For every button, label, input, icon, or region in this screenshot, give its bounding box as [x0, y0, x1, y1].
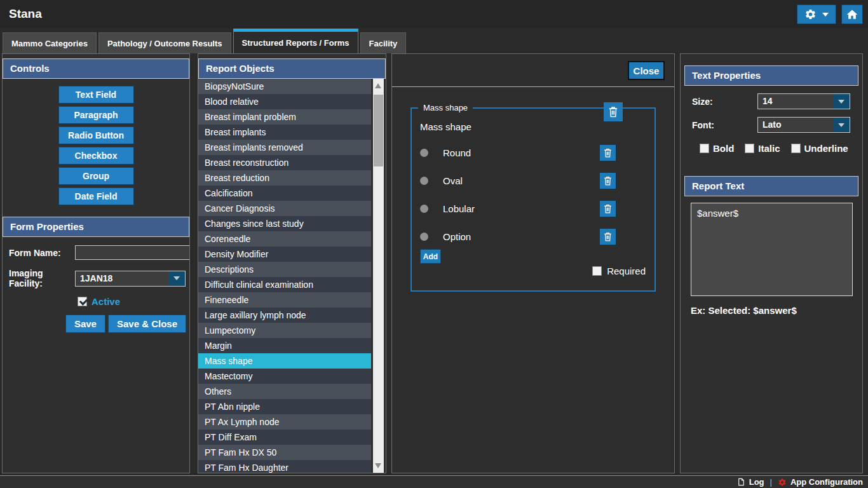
control-button-radio-button[interactable]: Radio Button — [58, 126, 134, 144]
list-item[interactable]: Breast implant problem — [198, 109, 371, 125]
save-and-close-button[interactable]: Save & Close — [108, 315, 186, 333]
list-item[interactable]: Breast reduction — [198, 170, 371, 186]
report-text-area[interactable]: $answer$ — [691, 203, 853, 296]
list-item[interactable]: Lumpectomy — [198, 323, 371, 338]
trash-icon — [602, 231, 613, 242]
properties-panel: Text Properties Size: 14 Font: Lato Bold… — [680, 53, 863, 473]
list-item[interactable]: PT Fam Hx DX 50 — [198, 445, 371, 460]
list-item[interactable]: Others — [198, 384, 371, 399]
option-row: Oval — [420, 173, 646, 188]
list-item[interactable]: PT Fam Hx Daughter — [198, 460, 371, 473]
add-option-button[interactable]: Add — [420, 249, 441, 264]
delete-option-button[interactable] — [600, 145, 616, 161]
tab-pathology-outcome-results[interactable]: Pathology / Outcome Results — [98, 32, 231, 53]
radio-button[interactable] — [420, 149, 428, 157]
active-checkbox-label: Active — [92, 296, 120, 307]
controls-button-list: Text FieldParagraphRadio ButtonCheckboxG… — [3, 79, 189, 205]
list-item[interactable]: PT Diff Exam — [198, 430, 371, 445]
form-name-input[interactable] — [75, 245, 190, 260]
font-style-options: BoldItalicUnderline — [700, 143, 862, 154]
report-objects-list-wrap: BiopsyNotSureBlood relativeBreast implan… — [198, 79, 386, 473]
delete-option-button[interactable] — [600, 173, 616, 189]
imaging-facility-select[interactable]: 1JAN18 — [75, 271, 186, 287]
list-item[interactable]: PT Abn nipple — [198, 399, 371, 414]
control-button-paragraph[interactable]: Paragraph — [58, 106, 134, 124]
active-checkbox[interactable] — [78, 297, 87, 306]
gear-icon — [778, 478, 787, 487]
delete-option-button[interactable] — [600, 201, 616, 217]
list-item[interactable]: Fineneedle — [198, 292, 371, 308]
home-button[interactable] — [841, 4, 863, 24]
radio-button[interactable] — [420, 177, 428, 185]
radio-button[interactable] — [420, 205, 428, 213]
gear-icon — [804, 8, 817, 20]
trash-icon — [607, 105, 620, 118]
font-select[interactable]: Lato — [757, 117, 850, 133]
trash-icon — [602, 147, 613, 158]
list-item[interactable]: Changes since last study — [198, 216, 371, 231]
bold-checkbox-label: Bold — [713, 143, 734, 154]
app-configuration-button[interactable]: App Configuration — [778, 477, 863, 487]
control-button-date-field[interactable]: Date Field — [58, 187, 134, 205]
list-item[interactable]: Blood relative — [198, 94, 371, 109]
list-item[interactable]: Breast implants removed — [198, 140, 371, 155]
list-item[interactable]: Large axillary lymph node — [198, 308, 371, 323]
delete-option-button[interactable] — [600, 229, 616, 245]
scrollbar-thumb[interactable] — [374, 95, 383, 166]
log-button[interactable]: Log — [737, 477, 764, 487]
bold-checkbox[interactable] — [700, 144, 709, 153]
underline-checkbox[interactable] — [791, 144, 801, 153]
group-legend: Mass shape — [418, 103, 473, 112]
scrollbar[interactable] — [373, 79, 384, 473]
left-panel: Controls Text FieldParagraphRadio Button… — [2, 53, 190, 473]
list-item[interactable]: Cancer Diagnosis — [198, 201, 371, 216]
list-item[interactable]: Coreneedle — [198, 231, 371, 247]
style-option-italic: Italic — [745, 143, 780, 154]
controls-panel-header: Controls — [3, 58, 189, 79]
list-item[interactable]: Calcification — [198, 186, 371, 201]
footer-bar: Log | App Configuration — [0, 475, 868, 488]
required-checkbox[interactable] — [592, 266, 602, 276]
dropdown-arrow — [833, 118, 850, 132]
report-text-example: Ex: Selected: $answer$ — [691, 305, 862, 316]
list-item[interactable]: BiopsyNotSure — [198, 79, 371, 94]
list-item[interactable]: Density Modifier — [198, 247, 371, 262]
required-checkbox-label: Required — [607, 266, 646, 276]
save-button[interactable]: Save — [65, 315, 105, 333]
settings-button[interactable] — [797, 4, 836, 24]
imaging-facility-value: 1JAN18 — [76, 271, 168, 286]
close-button[interactable]: Close — [628, 61, 665, 80]
list-item[interactable]: Breast reconstruction — [198, 155, 371, 170]
list-item[interactable]: Breast implants — [198, 125, 371, 140]
radio-button[interactable] — [420, 233, 428, 241]
size-label: Size: — [692, 97, 713, 107]
list-item-selected[interactable]: Mass shape — [198, 353, 371, 369]
scroll-up-arrow-icon[interactable] — [375, 83, 381, 88]
scroll-down-arrow-icon[interactable] — [375, 463, 381, 468]
list-item[interactable]: PT Ax Lymph node — [198, 414, 371, 430]
app-title: Stana — [9, 7, 42, 21]
form-editor-panel: Close Mass shape Mass shape RoundOvalLob… — [391, 53, 675, 473]
control-button-text-field[interactable]: Text Field — [58, 86, 134, 104]
tab-mammo-categories[interactable]: Mammo Categories — [3, 32, 97, 53]
list-item[interactable]: Descriptions — [198, 262, 371, 277]
italic-checkbox[interactable] — [745, 144, 754, 153]
list-item[interactable]: Difficult clinical examination — [198, 277, 371, 292]
trash-icon — [602, 175, 613, 186]
list-item[interactable]: Mastectomy — [198, 369, 371, 384]
top-bar: Stana — [0, 0, 868, 28]
tab-structured-reports-forms[interactable]: Structured Reports / Forms — [233, 29, 358, 53]
option-row: Lobular — [420, 201, 646, 216]
tab-facility[interactable]: Facility — [360, 32, 407, 53]
mass-shape-group: Mass shape Mass shape RoundOvalLobularOp… — [410, 103, 656, 292]
form-properties-header: Form Properties — [3, 217, 189, 237]
size-select[interactable]: 14 — [757, 93, 850, 109]
control-button-group[interactable]: Group — [58, 167, 134, 185]
option-row: Option — [420, 229, 646, 244]
control-button-checkbox[interactable]: Checkbox — [58, 147, 134, 165]
chevron-down-icon — [822, 13, 829, 17]
option-label: Round — [443, 147, 471, 158]
delete-group-button[interactable] — [604, 102, 623, 121]
list-item[interactable]: Margin — [198, 338, 371, 353]
report-objects-header: Report Objects — [198, 58, 386, 79]
